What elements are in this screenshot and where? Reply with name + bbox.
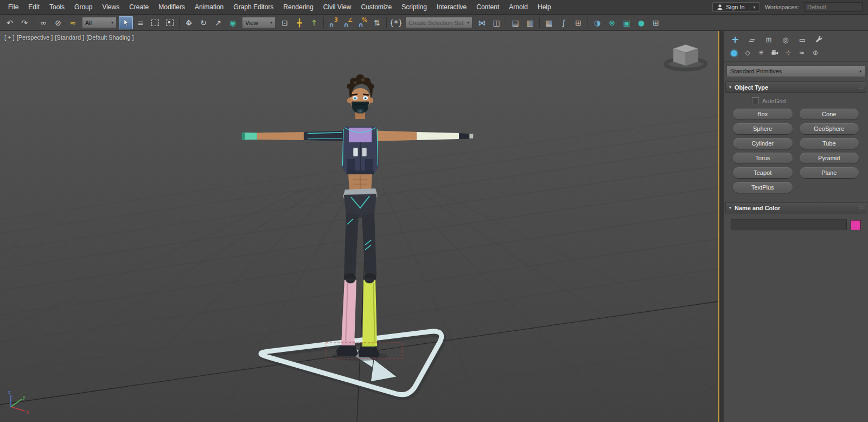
geosphere-button[interactable]: GeoSphere xyxy=(800,123,859,134)
toggle-ribbon-icon[interactable]: ▦ xyxy=(542,16,556,29)
snaps-toggle-3d-icon[interactable]: ∩ 3 xyxy=(326,16,340,29)
edit-named-selection-sets-icon[interactable]: {*} xyxy=(389,16,403,29)
chevron-down-icon: ▾ xyxy=(859,69,861,74)
menu-content[interactable]: Content xyxy=(471,0,504,14)
menu-scripting[interactable]: Scripting xyxy=(397,0,432,14)
box-button[interactable]: Box xyxy=(733,109,793,119)
select-and-place-icon[interactable]: ◉ xyxy=(226,16,240,29)
rollout-object-type-title: Object Type xyxy=(735,84,768,91)
sphere-button[interactable]: Sphere xyxy=(733,123,793,134)
viewport-menu-renderer[interactable]: [Standard ] xyxy=(55,34,84,41)
tab-modify[interactable]: ▱ xyxy=(745,34,759,46)
tab-motion[interactable]: ◎ xyxy=(778,34,793,46)
selection-filter-value: All xyxy=(85,20,92,26)
menu-interactive[interactable]: Interactive xyxy=(432,0,471,14)
window-crossing-toggle-icon[interactable] xyxy=(163,16,177,29)
cone-button[interactable]: Cone xyxy=(800,109,859,119)
named-selection-set-dropdown[interactable]: Create Selection Set ▾ xyxy=(405,17,473,28)
toggle-scene-explorer-icon[interactable]: ▤ xyxy=(508,16,522,29)
mirror-icon[interactable]: ⋈ xyxy=(475,16,489,29)
reference-coordinate-system-dropdown[interactable]: View ▾ xyxy=(242,17,276,28)
viewport-menu-shading[interactable]: [Default Shading ] xyxy=(86,34,133,41)
menu-civil-view[interactable]: Civil View xyxy=(318,0,356,14)
layout-grid-icon[interactable]: ⊞ xyxy=(649,16,663,29)
keyboard-shortcut-override-icon[interactable]: ↑ xyxy=(307,16,321,29)
unlink-selection-icon[interactable]: ⊘ xyxy=(51,16,65,29)
menu-arnold[interactable]: Arnold xyxy=(504,0,533,14)
select-and-scale-icon[interactable]: ↗ xyxy=(211,16,225,29)
render-production-icon[interactable]: ● xyxy=(634,16,648,29)
menu-create[interactable]: Create xyxy=(124,0,154,14)
menu-views[interactable]: Views xyxy=(97,0,124,14)
spinner-snap-toggle-icon[interactable]: ⇅ xyxy=(370,16,384,29)
category-geometry-icon[interactable]: ● xyxy=(728,47,740,58)
select-and-manipulate-icon[interactable]: ╋ xyxy=(292,16,307,29)
textplus-button[interactable]: TextPlus xyxy=(733,182,793,193)
perspective-viewport[interactable]: [ + ] [Perspective ] [Standard ] [Defaul… xyxy=(0,31,719,422)
undo-icon[interactable]: ↶ xyxy=(3,16,17,29)
tube-button[interactable]: Tube xyxy=(800,138,859,149)
curve-editor-icon[interactable]: ∫ xyxy=(557,16,571,29)
menu-animation[interactable]: Animation xyxy=(190,0,228,14)
schematic-view-icon[interactable]: ⊞ xyxy=(571,16,585,29)
toggle-layer-explorer-icon[interactable]: ▥ xyxy=(523,16,537,29)
tab-display[interactable]: ▭ xyxy=(795,34,809,46)
select-object-button[interactable] xyxy=(119,16,133,29)
sign-in-button[interactable]: Sign In ▾ xyxy=(712,2,760,12)
selection-filter-dropdown[interactable]: All ▾ xyxy=(82,17,117,28)
viewport-menu-pov[interactable]: [Perspective ] xyxy=(17,34,53,41)
menu-graph-editors[interactable]: Graph Editors xyxy=(228,0,278,14)
menu-file[interactable]: File xyxy=(3,0,23,14)
tab-create[interactable]: + xyxy=(728,34,742,46)
select-and-rotate-icon[interactable]: ↻ xyxy=(196,16,210,29)
category-spacewarps-icon[interactable]: ≈ xyxy=(796,47,808,58)
category-lights-icon[interactable]: ☀ xyxy=(755,47,767,58)
menu-rendering[interactable]: Rendering xyxy=(278,0,318,14)
workspace-selector[interactable]: Default xyxy=(804,2,863,12)
bind-to-space-warp-icon[interactable]: ≈ xyxy=(66,16,80,29)
rectangular-selection-region-icon[interactable] xyxy=(148,16,162,29)
plane-button[interactable]: Plane xyxy=(800,167,859,178)
tab-utilities[interactable] xyxy=(812,34,826,46)
object-color-swatch[interactable] xyxy=(851,220,861,230)
rollout-object-type[interactable]: ▾ Object Type ∷ xyxy=(725,81,866,93)
category-helpers-icon[interactable]: ⊹ xyxy=(782,47,794,58)
pyramid-button[interactable]: Pyramid xyxy=(800,153,859,163)
object-name-input[interactable] xyxy=(731,219,847,230)
cylinder-button[interactable]: Cylinder xyxy=(733,138,793,149)
rendered-frame-window-icon[interactable]: ▣ xyxy=(620,16,634,29)
teapot-button[interactable]: Teapot xyxy=(733,167,793,178)
category-shapes-icon[interactable]: ◇ xyxy=(742,47,754,58)
menu-tools[interactable]: Tools xyxy=(44,0,69,14)
toolbar-separator xyxy=(506,17,506,28)
select-and-move-icon[interactable]: ↔ ↕ xyxy=(182,16,196,29)
angle-snap-toggle-icon[interactable]: ∩ ∠ xyxy=(341,16,355,29)
axis-x-label: x xyxy=(27,410,29,415)
command-panel-tabs: + ▱ ⊞ ◎ ▭ xyxy=(724,31,868,47)
viewport-label: [ + ] [Perspective ] [Standard ] [Defaul… xyxy=(4,34,134,41)
category-cameras-icon[interactable] xyxy=(769,47,781,58)
viewport-menu-general[interactable]: [ + ] xyxy=(4,34,15,41)
select-by-name-icon[interactable]: ≡ xyxy=(133,16,148,29)
menu-help[interactable]: Help xyxy=(533,0,556,14)
tab-hierarchy[interactable]: ⊞ xyxy=(762,34,776,46)
align-icon[interactable]: ◫ xyxy=(489,16,503,29)
character-model[interactable] xyxy=(242,74,474,357)
percent-snap-toggle-icon[interactable]: ∩ % xyxy=(355,16,369,29)
object-type-buttons: Box Cone Sphere GeoSphere Cylinder Tube … xyxy=(724,107,868,199)
rollout-name-color[interactable]: ▾ Name and Color ∷ xyxy=(725,202,866,213)
menu-modifiers[interactable]: Modifiers xyxy=(154,0,190,14)
render-setup-icon[interactable]: ⊛ xyxy=(605,16,619,29)
menu-customize[interactable]: Customize xyxy=(356,0,397,14)
menu-group[interactable]: Group xyxy=(69,0,97,14)
viewcube[interactable] xyxy=(660,40,712,74)
torus-button[interactable]: Torus xyxy=(733,153,793,163)
use-pivot-point-center-icon[interactable]: ⊡ xyxy=(278,16,292,29)
material-editor-icon[interactable]: ◑ xyxy=(590,16,604,29)
menu-edit[interactable]: Edit xyxy=(23,0,44,14)
primitive-category-dropdown[interactable]: Standard Primitives ▾ xyxy=(726,65,865,77)
select-and-link-icon[interactable]: ∞ xyxy=(36,16,50,29)
category-systems-icon[interactable]: ⊕ xyxy=(809,47,821,58)
autogrid-checkbox[interactable] xyxy=(752,97,759,104)
redo-icon[interactable]: ↷ xyxy=(17,16,31,29)
